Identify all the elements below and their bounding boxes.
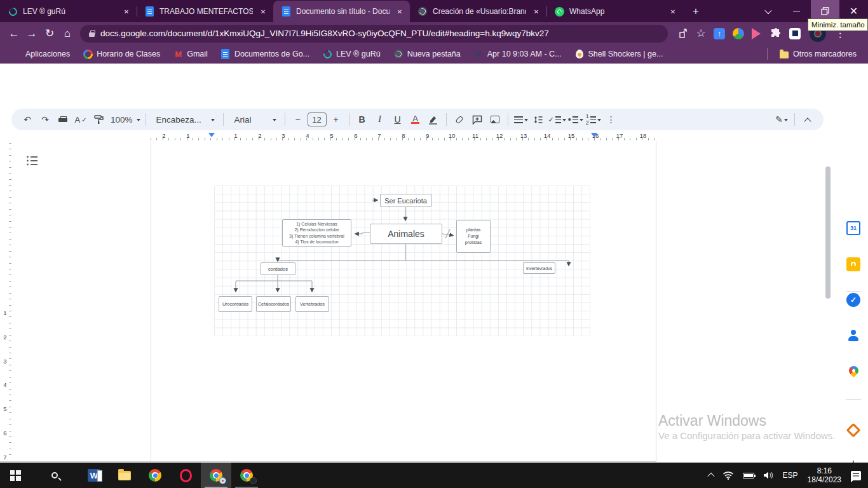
taskbar-chrome-active-icon[interactable] <box>201 463 231 488</box>
url-text[interactable]: docs.google.com/document/d/1xKmxiUQgJ_VI… <box>100 29 549 38</box>
tab-title: Creación de «Usuario:Brando <box>433 7 526 16</box>
clock[interactable]: 8:16 18/4/2023 <box>803 466 846 484</box>
keep-icon[interactable] <box>846 257 861 272</box>
tasks-icon[interactable]: ✓ <box>846 292 861 308</box>
taskbar-chrome-icon[interactable] <box>140 463 170 488</box>
diagram-box-cefalocordados[interactable]: Cefalocordados <box>256 296 291 312</box>
bookmark-shell-shockers[interactable]: Shell Shockers | ge... <box>569 47 668 61</box>
addon-icon[interactable] <box>846 423 861 438</box>
tab-lev-guru[interactable]: LEV ® guRú ✕ <box>0 1 137 22</box>
tab-whatsapp[interactable]: WhatsApp ✕ <box>546 1 683 22</box>
volume-icon[interactable] <box>759 463 778 488</box>
diagram-box-cordados[interactable]: cordados <box>261 262 295 275</box>
numbered-list-select[interactable]: 12 <box>585 111 602 128</box>
horizontal-ruler[interactable]: 2 1 1 2 3 4 5 6 7 8 9 10 11 12 13 14 15 … <box>0 131 868 141</box>
diagram-box-exclusiones[interactable]: plantas Fungi protistas <box>456 220 491 253</box>
tab-close-icon[interactable]: ✕ <box>395 6 405 17</box>
contacts-icon[interactable] <box>846 328 861 343</box>
taskbar-search-icon[interactable] <box>39 463 70 488</box>
document-outline-icon[interactable] <box>25 154 39 168</box>
redo-icon[interactable]: ↷ <box>37 111 53 128</box>
taskbar-explorer-icon[interactable] <box>109 463 140 488</box>
insert-link-icon[interactable] <box>451 111 468 128</box>
align-select[interactable] <box>513 111 529 128</box>
bookmark-horario-de-clases[interactable]: Horario de Clases <box>78 47 165 61</box>
reload-icon[interactable]: ↻ <box>41 25 58 43</box>
editing-mode-select[interactable]: ✎ <box>773 111 790 128</box>
start-button[interactable] <box>0 463 31 488</box>
bookmark-aplicaciones[interactable]: Aplicaciones <box>6 48 75 60</box>
paragraph-style-select[interactable]: Encabeza... <box>150 111 219 128</box>
diagram-box-invertevrados[interactable]: Invertevrados <box>523 262 555 274</box>
new-tab-button[interactable]: + <box>687 3 705 20</box>
increase-font-size-button[interactable]: + <box>328 111 344 128</box>
font-size-input[interactable]: 12 <box>308 112 327 126</box>
extension-blue-icon[interactable]: ↑ <box>714 28 725 39</box>
forward-icon[interactable]: → <box>23 25 41 43</box>
battery-icon[interactable] <box>738 463 759 488</box>
tab-close-icon[interactable]: ✕ <box>668 6 678 17</box>
address-bar[interactable]: docs.google.com/document/d/1xKmxiUQgJ_VI… <box>80 25 668 43</box>
diagram-box-caracteristicas[interactable]: 1) Celulas Nerviosas 2) Reroduccion celu… <box>282 219 351 247</box>
vertical-ruler[interactable]: 1 2 3 4 5 6 7 8 9 10 11 12 <box>0 141 13 462</box>
maps-icon[interactable] <box>846 363 861 378</box>
print-icon[interactable] <box>55 111 71 128</box>
add-comment-icon[interactable] <box>469 111 485 128</box>
spellcheck-icon[interactable]: A✓ <box>72 111 89 128</box>
tray-chevron-up-icon[interactable] <box>704 463 718 488</box>
text-color-button[interactable]: A <box>407 111 424 128</box>
undo-icon[interactable]: ↶ <box>19 111 36 128</box>
underline-button[interactable]: U <box>390 111 406 128</box>
tab-close-icon[interactable]: ✕ <box>258 6 268 17</box>
bookmark-lev-guru[interactable]: LEV ® guRú <box>317 47 386 61</box>
line-spacing-icon[interactable] <box>531 111 547 128</box>
back-icon[interactable]: ← <box>5 25 23 43</box>
tab-wikipedia-usuario[interactable]: Creación de «Usuario:Brando ✕ <box>410 1 546 22</box>
diagram-box-vertebrados[interactable]: Vertebrados <box>295 296 329 312</box>
italic-button[interactable]: I <box>372 111 388 128</box>
diagram-box-animales[interactable]: Animales <box>370 224 442 244</box>
drawing-grid[interactable]: Ser Eucariota Animales 1) Celulas Nervio… <box>214 186 590 336</box>
font-family-select[interactable]: Arial <box>228 111 280 128</box>
diagram-box-urocordados[interactable]: Urocordados <box>219 296 252 312</box>
insert-image-icon[interactable] <box>487 111 503 128</box>
language-indicator[interactable]: ESP <box>778 463 803 488</box>
tab-close-icon[interactable]: ✕ <box>531 6 541 17</box>
taskbar-word-icon[interactable]: W <box>79 463 109 488</box>
bookmark-documentos[interactable]: Documentos de Go... <box>215 47 315 61</box>
hide-menus-icon[interactable] <box>799 111 816 128</box>
bookmark-gmail[interactable]: M Gmail <box>168 47 213 61</box>
extension-play-icon[interactable] <box>752 28 766 39</box>
toolbar-more-icon[interactable]: ⋮ <box>603 111 620 128</box>
bookmark-apr-10[interactable]: ✕ Apr 10 9:03 AM - C... <box>468 47 567 61</box>
right-margin-marker[interactable] <box>591 133 597 137</box>
minimize-button[interactable] <box>782 0 811 22</box>
share-icon[interactable] <box>674 25 692 43</box>
extension-square-icon[interactable] <box>789 28 801 39</box>
document-scrollbar[interactable] <box>825 166 831 299</box>
paint-format-icon[interactable] <box>90 111 107 128</box>
wifi-icon[interactable] <box>718 463 738 488</box>
taskbar-opera-icon[interactable] <box>170 463 201 488</box>
tab-trabajo-mentefactos[interactable]: TRABAJO MENTEFACTOS GRU ✕ <box>137 1 273 22</box>
decrease-font-size-button[interactable]: − <box>290 111 306 128</box>
bookmark-otros-marcadores[interactable]: Otros marcadores <box>774 47 862 61</box>
extensions-puzzle-icon[interactable] <box>770 28 782 39</box>
action-center-icon[interactable] <box>846 463 865 488</box>
zoom-select[interactable]: 100% <box>108 111 140 128</box>
highlight-color-icon[interactable] <box>425 111 442 128</box>
tab-search-chevron-button[interactable] <box>754 0 782 22</box>
bulleted-list-select[interactable]: • <box>567 111 584 128</box>
bookmark-nueva-pestana[interactable]: Nueva pestaña <box>388 47 466 61</box>
calendar-icon[interactable]: 31 <box>846 220 861 236</box>
left-margin-marker[interactable] <box>208 133 215 137</box>
diagram-box-ser-eucariota[interactable]: Ser Eucariota <box>380 194 431 207</box>
extension-google-icon[interactable] <box>733 28 744 39</box>
checklist-select[interactable]: ✓ <box>548 111 566 128</box>
bold-button[interactable]: B <box>354 111 370 128</box>
home-icon[interactable]: ⌂ <box>58 25 76 43</box>
bookmark-star-icon[interactable]: ☆ <box>692 25 710 43</box>
tab-documento-sin-titulo[interactable]: Documento sin título - Docu ✕ <box>273 1 410 22</box>
taskbar-chrome-secondary-icon[interactable] <box>231 463 262 488</box>
tab-close-icon[interactable]: ✕ <box>121 6 132 17</box>
